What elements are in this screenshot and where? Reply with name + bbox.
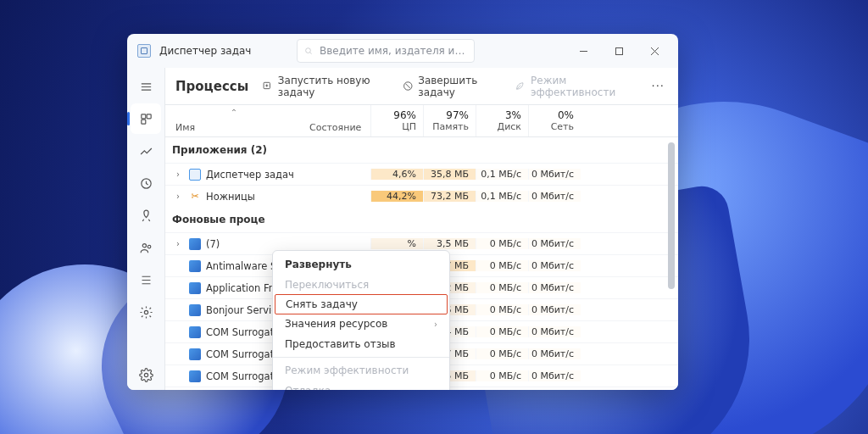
process-name: Ножницы [206,191,255,203]
expander-icon[interactable]: › [172,170,184,179]
app-icon [137,44,151,58]
end-task-button[interactable]: Завершить задачу [403,75,502,98]
net-cell: 0 Мбит/с [528,282,581,293]
net-cell: 0 Мбит/с [528,191,581,202]
process-icon [189,282,201,294]
expander-icon[interactable] [172,261,184,270]
cpu-cell: 44,2% [370,191,423,202]
process-icon [189,348,201,360]
disk-cell: 0 МБ/с [476,348,528,359]
net-cell: 0 Мбит/с [528,348,581,359]
disk-cell: 0,1 МБ/с [476,191,528,202]
cpu-cell: % [370,238,423,249]
maximize-button[interactable] [602,37,636,64]
group-apps[interactable]: Приложения (2) [165,137,678,163]
process-name: COM Surrogat [206,370,274,382]
scissors-icon: ✂ [189,191,201,203]
nav-startup[interactable] [131,200,161,231]
nav-users[interactable] [131,232,161,263]
process-icon [189,370,201,382]
nav-performance[interactable] [131,136,161,166]
search-input[interactable]: Введите имя, издателя или PID для п... [297,39,475,63]
table-row[interactable]: › Диспетчер задач 4,6% 35,8 МБ 0,1 МБ/с … [165,163,678,185]
window-title: Диспетчер задач [159,45,251,57]
net-cell: 0 Мбит/с [528,260,581,271]
ctx-item[interactable]: Отладка [273,381,449,390]
svg-rect-10 [147,114,151,118]
expander-icon[interactable] [172,327,184,337]
nav-history[interactable] [131,168,161,198]
table-header[interactable]: ⌃ Имя Состояние 96%ЦП 97%Память 3%Диск 0… [165,105,678,137]
minimize-button[interactable] [566,37,600,64]
submenu-arrow-icon: › [434,320,437,329]
svg-point-14 [147,245,151,248]
net-cell: 0 Мбит/с [528,238,581,249]
group-background[interactable]: Фоновые проце [165,207,678,232]
toolbar: Процессы Запустить новую задачу Завершит… [165,68,678,105]
expander-icon[interactable] [172,305,184,314]
col-name[interactable]: ⌃ Имя [165,105,303,136]
nav-details[interactable] [131,264,161,295]
end-task-icon [403,80,414,92]
new-task-icon [262,80,273,92]
ctx-item[interactable]: Предоставить отзыв [273,334,449,354]
nav-services[interactable] [131,297,161,327]
search-icon [304,45,313,57]
nav-processes[interactable] [131,103,161,134]
process-icon [189,238,201,250]
net-cell: 0 Мбит/с [528,304,581,315]
nav-settings[interactable] [131,359,161,390]
ctx-item[interactable]: Снять задачу [275,294,448,314]
col-status[interactable]: Состояние [303,105,370,136]
net-cell: 0 Мбит/с [528,326,581,337]
process-icon [189,304,201,316]
scrollbar-thumb[interactable] [668,142,675,289]
svg-line-1 [310,53,312,54]
col-network[interactable]: 0%Сеть [528,105,581,136]
efficiency-button[interactable]: Режим эффективности [515,75,634,98]
ctx-item[interactable]: Развернуть [273,254,449,275]
titlebar[interactable]: Диспетчер задач Введите имя, издателя ил… [127,34,678,68]
col-memory[interactable]: 97%Память [423,105,476,136]
more-button[interactable]: ··· [648,80,668,92]
ctx-item[interactable]: Режим эффективности [273,360,449,381]
process-name: Application Fra [206,282,278,294]
col-cpu[interactable]: 96%ЦП [370,105,423,136]
nav-hamburger[interactable] [131,71,161,102]
process-icon [189,260,201,272]
page-title: Процессы [175,79,248,94]
content-pane: Процессы Запустить новую задачу Завершит… [164,68,678,390]
expander-icon[interactable]: › [172,239,184,248]
process-name: Диспетчер задач [206,169,294,181]
window-icon [189,169,201,181]
ctx-item[interactable]: Переключиться [273,275,449,295]
disk-cell: 0 МБ/с [476,304,528,315]
svg-rect-9 [141,114,145,118]
cpu-cell: 4,6% [370,169,423,180]
mem-cell: 73,2 МБ [423,191,476,202]
svg-point-19 [144,373,147,376]
task-manager-window: Диспетчер задач Введите имя, издателя ил… [127,34,678,390]
svg-point-18 [144,310,147,314]
ctx-separator [273,357,449,358]
process-name: COM Surrogat [206,348,274,360]
process-name: COM Surrogat [206,326,274,338]
svg-rect-11 [141,120,145,124]
scrollbar[interactable] [666,142,676,387]
ctx-item[interactable]: Значения ресурсов› [273,314,449,334]
expander-icon[interactable] [172,283,184,292]
mem-cell: 3,5 МБ [423,238,476,249]
new-task-button[interactable]: Запустить новую задачу [262,75,388,98]
net-cell: 0 Мбит/с [528,169,581,180]
table-row[interactable]: › ✂ Ножницы 44,2% 73,2 МБ 0,1 МБ/с 0 Мби… [165,185,678,207]
expander-icon[interactable]: › [172,192,184,201]
mem-cell: 35,8 МБ [423,169,476,180]
close-button[interactable] [637,37,671,64]
context-menu[interactable]: РазвернутьПереключитьсяСнять задачуЗначе… [272,250,450,390]
svg-line-24 [405,84,409,88]
expander-icon[interactable] [172,349,184,359]
search-placeholder: Введите имя, издателя или PID для п... [320,45,467,57]
col-disk[interactable]: 3%Диск [476,105,528,136]
expander-icon[interactable] [172,371,184,381]
disk-cell: 0 МБ/с [476,238,528,249]
